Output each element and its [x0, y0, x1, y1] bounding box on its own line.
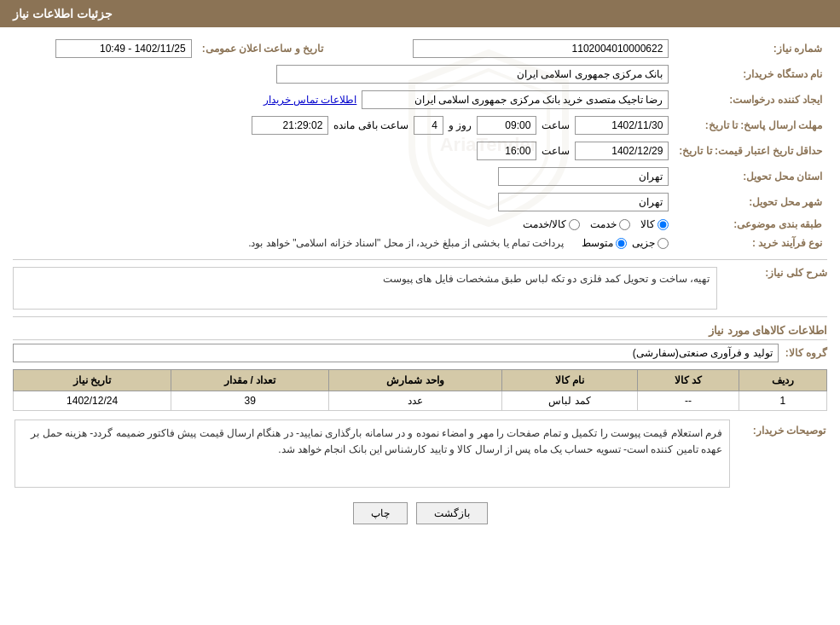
- category-label: طبقه بندی موضوعی:: [674, 215, 827, 234]
- city-value: تهران: [498, 193, 669, 211]
- group-row: گروه کالا: تولید و فرآوری صنعتی(سفارشی): [13, 344, 827, 362]
- process-radio-medium[interactable]: متوسط: [582, 237, 627, 249]
- description-value: تهیه، ساخت و تحویل کمد فلزی دو تکه لباس …: [13, 267, 717, 310]
- category-radio1-label: کالا: [640, 218, 655, 230]
- col-product-name: نام کالا: [501, 370, 637, 391]
- description-label: شرح کلی نیاز:: [724, 267, 827, 279]
- province-label: استان محل تحویل:: [674, 164, 827, 189]
- col-row-num: ردیف: [739, 370, 826, 391]
- price-validity-label: حداقل تاریخ اعتبار قیمت: تا تاریخ:: [674, 138, 827, 164]
- creator-label: ایجاد کننده درخواست:: [674, 87, 827, 113]
- category-radio3-label: کالا/خدمت: [523, 218, 566, 230]
- cell-unit: عدد: [329, 391, 502, 411]
- col-product-code: کد کالا: [638, 370, 739, 391]
- category-radio-service[interactable]: خدمت: [590, 218, 630, 230]
- back-button[interactable]: بازگشت: [416, 502, 488, 524]
- group-label: گروه کالا:: [785, 347, 827, 359]
- goods-table: ردیف کد کالا نام کالا واحد شمارش تعداد /…: [13, 369, 827, 411]
- buyer-notes: فرم استعلام قیمت پیوست را تکمیل و تمام ص…: [14, 420, 730, 488]
- request-number-label: شماره نیاز:: [674, 36, 827, 61]
- category-radio-goods[interactable]: کالا: [640, 218, 669, 230]
- deadline-days: 4: [414, 116, 443, 135]
- province-value: تهران: [498, 167, 669, 186]
- group-value: تولید و فرآوری صنعتی(سفارشی): [13, 344, 779, 362]
- category-radio-group: کالا خدمت کالا/خدمت: [18, 218, 669, 230]
- page-title: جزئیات اطلاعات نیاز: [13, 7, 113, 20]
- col-qty: تعداد / مقدار: [171, 370, 329, 391]
- process-radio-partial[interactable]: جزیی: [632, 237, 669, 249]
- deadline-label: مهلت ارسال پاسخ: تا تاریخ:: [674, 113, 827, 138]
- cell-date: 1402/12/24: [14, 391, 171, 411]
- announcement-value: 1402/11/25 - 10:49: [55, 39, 192, 58]
- notes-table: توصیحات خریدار: فرم استعلام قیمت پیوست ر…: [13, 418, 827, 489]
- process-note: پرداخت تمام یا بخشی از مبلغ خرید، از محل…: [248, 237, 564, 249]
- divider2: [13, 316, 827, 317]
- top-info-table: شماره نیاز: 1102004010000622 تاریخ و ساع…: [13, 36, 827, 252]
- col-unit: واحد شمارش: [329, 370, 502, 391]
- process-radio1-label: جزیی: [632, 237, 655, 249]
- buyer-notes-label: توصیحات خریدار:: [732, 420, 826, 488]
- price-validity-date: 1402/12/29: [575, 142, 669, 160]
- category-radio-both[interactable]: کالا/خدمت: [523, 218, 580, 230]
- bottom-buttons: بازگشت چاپ: [13, 502, 827, 524]
- goods-info-title: اطلاعات کالاهای مورد نیاز: [13, 324, 827, 340]
- price-validity-time: 16:00: [477, 142, 536, 160]
- category-radio2-label: خدمت: [590, 218, 617, 230]
- buyer-org-value: بانک مرکزی جمهوری اسلامی ایران: [276, 65, 669, 84]
- process-radio2-label: متوسط: [582, 237, 613, 249]
- contact-link[interactable]: اطلاعات تماس خریدار: [264, 94, 357, 106]
- creator-value: رضا تاجیک متصدی خرید بانک مرکزی جمهوری ا…: [362, 90, 669, 109]
- cell-product-name: کمد لباس: [501, 391, 637, 411]
- city-label: شهر محل تحویل:: [674, 189, 827, 215]
- deadline-date: 1402/11/30: [575, 116, 669, 135]
- buyer-org-label: نام دستگاه خریدار:: [674, 61, 827, 87]
- deadline-remaining: 21:29:02: [252, 116, 328, 135]
- page-header: جزئیات اطلاعات نیاز: [0, 0, 840, 27]
- deadline-time-label: ساعت: [542, 119, 570, 131]
- col-date: تاریخ نیاز: [14, 370, 171, 391]
- deadline-days-label: روز و: [449, 119, 472, 131]
- cell-qty: 39: [171, 391, 329, 411]
- process-label: نوع فرآیند خرید :: [674, 234, 827, 252]
- table-row: 1 -- کمد لباس عدد 39 1402/12/24: [14, 391, 827, 411]
- cell-row-num: 1: [739, 391, 826, 411]
- divider1: [13, 259, 827, 260]
- announcement-label: تاریخ و ساعت اعلان عمومی:: [197, 36, 340, 61]
- cell-product-code: --: [638, 391, 739, 411]
- price-validity-time-label: ساعت: [542, 145, 570, 157]
- deadline-time: 09:00: [477, 116, 536, 135]
- print-button[interactable]: چاپ: [353, 502, 408, 524]
- deadline-remaining-label: ساعت باقی مانده: [333, 119, 408, 131]
- request-number-value: 1102004010000622: [413, 39, 669, 58]
